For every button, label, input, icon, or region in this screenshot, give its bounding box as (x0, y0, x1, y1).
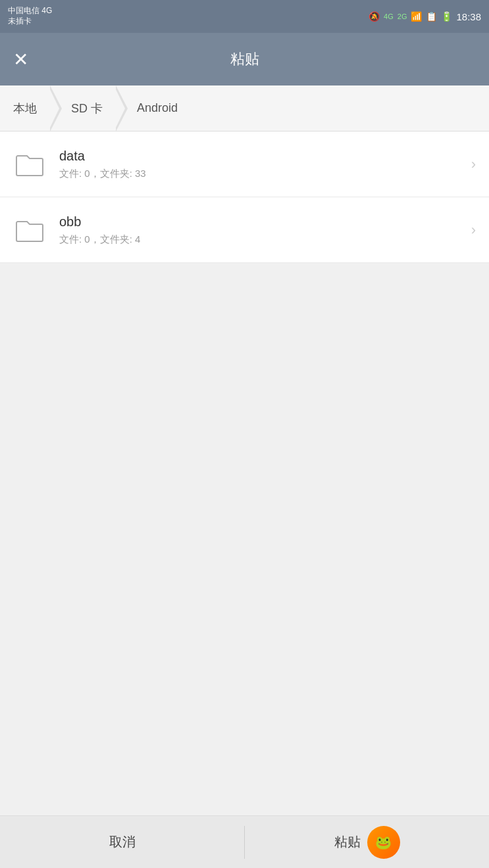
time-display: 18:38 (456, 11, 481, 22)
mute-icon: 🔕 (369, 11, 380, 22)
close-button[interactable]: ✕ (13, 49, 28, 70)
chevron-right-icon-data: › (471, 156, 476, 173)
chevron-right-icon-obb: › (471, 222, 476, 239)
carrier-name: 中国电信 4G (8, 6, 52, 16)
folder-icon-data (13, 148, 46, 181)
file-list: data 文件: 0，文件夹: 33 › obb 文件: 0，文件夹: 4 › (0, 132, 489, 263)
cancel-button[interactable]: 取消 (0, 816, 244, 868)
paste-label[interactable]: 粘贴 (334, 833, 361, 851)
battery-icon: 🔋 (441, 11, 452, 22)
signal-4g-icon: 4G (384, 12, 394, 20)
jiuyou-icon: 🐸 (375, 834, 392, 850)
file-meta-data: 文件: 0，文件夹: 33 (59, 168, 465, 180)
page-title: 粘贴 (230, 49, 259, 69)
empty-content-area (0, 263, 489, 815)
file-name-data: data (59, 149, 465, 164)
breadcrumb: 本地 SD 卡 Android (0, 85, 489, 132)
file-item-obb[interactable]: obb 文件: 0，文件夹: 4 › (0, 197, 489, 263)
carrier-info: 中国电信 4G 未插卡 (8, 6, 52, 26)
file-meta-obb: 文件: 0，文件夹: 4 (59, 233, 465, 246)
bottom-bar: 取消 粘贴 🐸 (0, 815, 489, 868)
file-item-data[interactable]: data 文件: 0，文件夹: 33 › (0, 132, 489, 197)
file-info-data: data 文件: 0，文件夹: 33 (59, 149, 465, 180)
title-bar: ✕ 粘贴 (0, 33, 489, 85)
breadcrumb-label-local: 本地 (13, 101, 37, 116)
breadcrumb-label-sdcard: SD 卡 (71, 101, 103, 116)
breadcrumb-item-local[interactable]: 本地 (0, 85, 50, 131)
jiuyou-logo: 🐸 (367, 826, 400, 859)
status-icons: 🔕 4G 2G 📶 📋 🔋 18:38 (369, 11, 481, 22)
clipboard-icon: 📋 (426, 11, 437, 22)
file-info-obb: obb 文件: 0，文件夹: 4 (59, 214, 465, 246)
sim-status: 未插卡 (8, 16, 52, 27)
file-name-obb: obb (59, 214, 465, 229)
signal-2g-icon: 2G (398, 12, 407, 20)
cancel-label: 取消 (109, 833, 136, 851)
breadcrumb-label-android: Android (137, 101, 178, 115)
folder-icon-obb (13, 214, 46, 247)
status-bar: 中国电信 4G 未插卡 🔕 4G 2G 📶 📋 🔋 18:38 (0, 0, 489, 33)
signal-bar-icon: 📶 (411, 11, 422, 22)
paste-section: 粘贴 🐸 (245, 816, 489, 868)
